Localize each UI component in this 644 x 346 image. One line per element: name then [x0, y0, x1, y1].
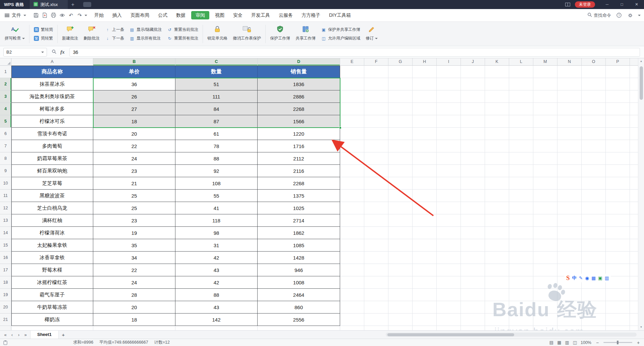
cell-K19[interactable] — [485, 289, 509, 301]
cell-G2[interactable] — [388, 78, 413, 90]
cell-I14[interactable] — [437, 227, 461, 239]
row-header-22[interactable]: 22 — [0, 326, 11, 330]
row-header-17[interactable]: 17 — [0, 264, 11, 276]
cell-M12[interactable] — [533, 202, 557, 214]
cell-K4[interactable] — [485, 103, 509, 115]
cell-I1[interactable] — [437, 66, 461, 78]
cell-N3[interactable] — [557, 90, 582, 103]
normal-view-icon[interactable]: ▤ — [549, 340, 553, 345]
cell-N20[interactable] — [557, 301, 582, 314]
cell-H16[interactable] — [413, 252, 437, 264]
cell-D15[interactable]: 1085 — [258, 239, 340, 252]
cell-B8[interactable]: 24 — [93, 152, 175, 165]
cell-C6[interactable]: 61 — [175, 128, 258, 140]
cell-C12[interactable]: 41 — [175, 202, 258, 214]
cell-M18[interactable] — [533, 276, 557, 289]
cell-C2[interactable]: 51 — [175, 78, 258, 90]
unprotect-sheet-button[interactable]: 撤消工作表保护 — [230, 23, 264, 45]
cell-H7[interactable] — [413, 140, 437, 152]
collapse-ribbon-icon[interactable] — [638, 15, 641, 16]
cell-P7[interactable] — [606, 140, 630, 152]
cell-I16[interactable] — [437, 252, 461, 264]
cell-B3[interactable]: 26 — [93, 90, 175, 103]
cell-J2[interactable] — [461, 78, 485, 90]
cell-O1[interactable] — [582, 66, 606, 78]
simp-to-trad-button[interactable]: 繁简转繁 — [34, 36, 53, 41]
cell-D18[interactable]: 1008 — [258, 276, 340, 289]
cell-H13[interactable] — [413, 214, 437, 227]
scroll-up-icon[interactable]: ▲ — [638, 58, 644, 64]
cell-L5[interactable] — [509, 115, 533, 128]
cell-J4[interactable] — [461, 103, 485, 115]
column-header-D[interactable]: D — [258, 58, 340, 66]
cell-C21[interactable]: 142 — [175, 314, 258, 326]
cell-M13[interactable] — [533, 214, 557, 227]
login-button[interactable]: 未登录 — [575, 1, 595, 8]
cell-H3[interactable] — [413, 90, 437, 103]
cell-L8[interactable] — [509, 152, 533, 165]
cell-P10[interactable] — [606, 177, 630, 190]
menu-tab-云服务[interactable]: 云服务 — [274, 9, 297, 21]
cell-A11[interactable]: 黑糖波波茶 — [11, 190, 93, 202]
menu-tab-方方格子[interactable]: 方方格子 — [297, 9, 325, 21]
ime-keyboard-icon[interactable]: ▦ — [591, 275, 596, 281]
redo-button[interactable]: ↷ — [76, 11, 84, 19]
cell-F18[interactable] — [364, 276, 388, 289]
cell-I18[interactable] — [437, 276, 461, 289]
cell-B9[interactable]: 23 — [93, 165, 175, 177]
zoom-slider[interactable] — [603, 342, 632, 343]
cell-O19[interactable] — [582, 289, 606, 301]
cell-L20[interactable] — [509, 301, 533, 314]
cell-M6[interactable] — [533, 128, 557, 140]
cell-A7[interactable]: 多肉葡萄 — [11, 140, 93, 152]
cell-O8[interactable] — [582, 152, 606, 165]
column-header-C[interactable]: C — [175, 58, 258, 66]
cell-M21[interactable] — [533, 314, 557, 326]
cell-C4[interactable]: 84 — [175, 103, 258, 115]
menu-tab-视图[interactable]: 视图 — [211, 9, 229, 21]
cell-K10[interactable] — [485, 177, 509, 190]
cell-G19[interactable] — [388, 289, 413, 301]
cell-E4[interactable] — [340, 103, 364, 115]
cell-P1[interactable] — [606, 66, 630, 78]
cell-N1[interactable] — [557, 66, 582, 78]
cell-B5[interactable]: 18 — [93, 115, 175, 128]
cell-J8[interactable] — [461, 152, 485, 165]
cell-H2[interactable] — [413, 78, 437, 90]
cell-E9[interactable] — [340, 165, 364, 177]
row-header-10[interactable]: 10 — [0, 177, 11, 190]
cell-C7[interactable]: 78 — [175, 140, 258, 152]
cell-G1[interactable] — [388, 66, 413, 78]
cell-K20[interactable] — [485, 301, 509, 314]
cell-J17[interactable] — [461, 264, 485, 276]
custom-view-icon[interactable]: ◫ — [573, 340, 577, 345]
lock-cell-button[interactable]: 锁定单元格 — [205, 23, 230, 45]
cell-P19[interactable] — [606, 289, 630, 301]
cell-G16[interactable] — [388, 252, 413, 264]
scroll-down-icon[interactable]: ▼ — [638, 324, 644, 330]
cell-C10[interactable]: 108 — [175, 177, 258, 190]
cell-E17[interactable] — [340, 264, 364, 276]
cell-K22[interactable] — [485, 326, 509, 330]
cell-O11[interactable] — [582, 190, 606, 202]
cell-G15[interactable] — [388, 239, 413, 252]
cell-H12[interactable] — [413, 202, 437, 214]
cell-G4[interactable] — [388, 103, 413, 115]
spellcheck-button[interactable]: A 拼写检查 — [2, 23, 28, 45]
cell-K18[interactable] — [485, 276, 509, 289]
new-tab-button[interactable]: + — [68, 2, 78, 8]
cell-O10[interactable] — [582, 177, 606, 190]
cell-J12[interactable] — [461, 202, 485, 214]
cell-I6[interactable] — [437, 128, 461, 140]
cell-K7[interactable] — [485, 140, 509, 152]
cell-G7[interactable] — [388, 140, 413, 152]
cell-O22[interactable] — [582, 326, 606, 330]
cell-M5[interactable] — [533, 115, 557, 128]
cell-D2[interactable]: 1836 — [258, 78, 340, 90]
cell-K12[interactable] — [485, 202, 509, 214]
export-pdf-button[interactable] — [41, 11, 49, 19]
cell-I22[interactable] — [437, 326, 461, 330]
cell-L2[interactable] — [509, 78, 533, 90]
cell-J22[interactable] — [461, 326, 485, 330]
cell-G13[interactable] — [388, 214, 413, 227]
